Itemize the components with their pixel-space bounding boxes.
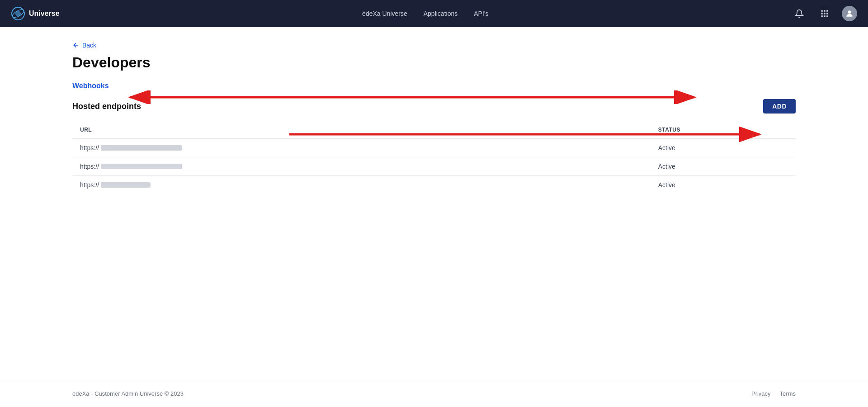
table-cell-status-1: Active [651, 139, 796, 157]
footer-copyright: edeXa - Customer Admin Universe © 2023 [72, 390, 184, 397]
svg-rect-6 [821, 13, 823, 14]
avatar-icon [845, 9, 854, 18]
table-row[interactable]: https:// Active [73, 139, 796, 157]
terms-link[interactable]: Terms [780, 390, 796, 397]
bell-icon [795, 9, 804, 18]
svg-point-12 [848, 10, 851, 14]
navbar: Universe edeXa Universe Applications API… [0, 0, 868, 27]
nav-link-apis[interactable]: API's [474, 10, 488, 17]
user-avatar[interactable] [842, 6, 857, 21]
back-link[interactable]: Back [72, 42, 796, 49]
arrow-left-icon [72, 42, 80, 49]
table-row[interactable]: https:// Active [73, 176, 796, 194]
grid-icon [820, 9, 829, 18]
table-cell-url-1: https:// [73, 139, 651, 157]
section-header: Hosted endpoints ADD [72, 99, 796, 114]
back-label: Back [82, 42, 96, 49]
svg-rect-7 [824, 13, 825, 14]
svg-rect-5 [826, 10, 828, 12]
svg-rect-9 [821, 15, 823, 17]
col-url: URL [73, 121, 651, 139]
main-content: Back Developers Webhooks Hosted endpoint… [0, 27, 868, 380]
logo[interactable]: Universe [11, 6, 60, 21]
svg-rect-4 [824, 10, 825, 12]
section-heading: Hosted endpoints [72, 102, 141, 111]
table-cell-url-2: https:// [73, 157, 651, 176]
endpoints-table: URL STATUS https:// Active [72, 121, 796, 194]
table-cell-url-3: https:// [73, 176, 651, 194]
table-cell-status-2: Active [651, 157, 796, 176]
svg-rect-8 [826, 13, 828, 14]
apps-grid-button[interactable] [816, 5, 833, 22]
table-row[interactable]: https:// Active [73, 157, 796, 176]
svg-rect-3 [821, 10, 823, 12]
nav-link-applications[interactable]: Applications [424, 10, 458, 17]
table-body: https:// Active https:// Active [73, 139, 796, 194]
svg-rect-11 [826, 15, 828, 17]
webhooks-tab[interactable]: Webhooks [72, 82, 109, 90]
table-header: URL STATUS [73, 121, 796, 139]
svg-rect-10 [824, 15, 825, 17]
footer-links: Privacy Terms [751, 390, 796, 397]
col-status: STATUS [651, 121, 796, 139]
nav-link-edex-universe[interactable]: edeXa Universe [362, 10, 407, 17]
logo-text: Universe [29, 9, 60, 18]
nav-right-actions [791, 5, 857, 22]
add-button[interactable]: ADD [763, 99, 796, 114]
universe-logo-icon [11, 6, 25, 21]
footer: edeXa - Customer Admin Universe © 2023 P… [0, 380, 868, 407]
notifications-button[interactable] [791, 5, 807, 22]
table-cell-status-3: Active [651, 176, 796, 194]
page-title: Developers [72, 54, 796, 71]
privacy-link[interactable]: Privacy [751, 390, 771, 397]
nav-links: edeXa Universe Applications API's [362, 10, 488, 17]
